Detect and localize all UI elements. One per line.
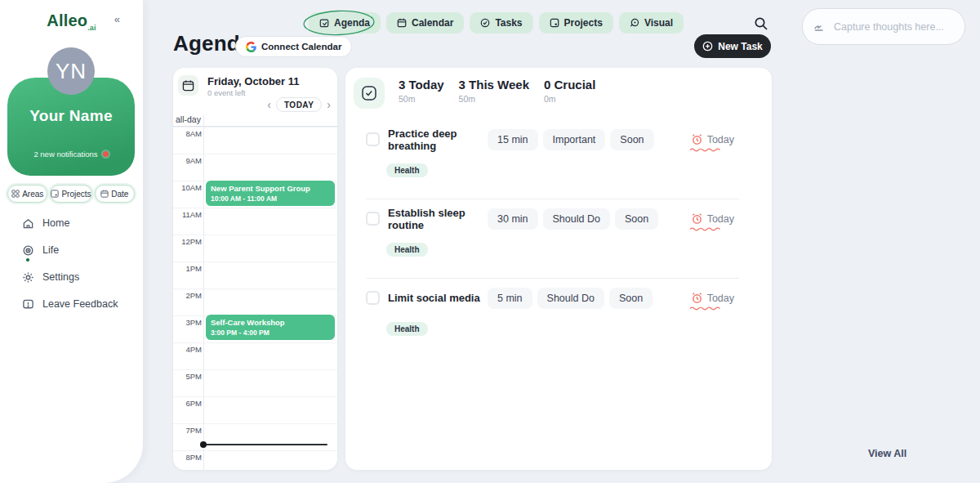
task-tag[interactable]: Health — [386, 163, 428, 177]
prev-day-chevron-icon[interactable]: ‹ — [267, 99, 271, 110]
sidebar-filters: Areas Projects Date — [7, 185, 135, 203]
sidebar-item-life[interactable]: Life — [22, 241, 136, 259]
events-left-label: 0 event left — [207, 88, 245, 97]
gear-icon — [22, 271, 34, 284]
calendar-event[interactable]: Self-Care Workshop 3:00 PM - 4:00 PM — [206, 315, 335, 340]
logo: Alleo.ai « — [0, 11, 143, 32]
priority-pill[interactable]: Important — [543, 129, 606, 150]
view-all-link[interactable]: View All — [868, 448, 906, 459]
calendar-nav: ‹ TODAY › — [267, 97, 331, 112]
calendar-icon — [182, 79, 194, 92]
task-tag[interactable]: Health — [386, 243, 428, 257]
tab-visual[interactable]: Visual — [619, 12, 684, 34]
calendar-header-icon-box — [178, 75, 198, 96]
task-checkbox[interactable] — [366, 212, 380, 226]
tasks-icon — [480, 18, 490, 28]
sidebar-item-leave-feedback[interactable]: Leave Feedback — [22, 295, 136, 313]
current-time-indicator[interactable] — [203, 444, 327, 445]
capture-box — [802, 8, 965, 45]
tab-tasks[interactable]: Tasks — [470, 12, 532, 34]
event-layer: New Parent Support Group 10:00 AM - 11:0… — [204, 114, 337, 470]
due-badge[interactable]: Today — [691, 133, 734, 145]
stat-crucial: 0 Crucial 0m — [544, 78, 595, 104]
next-day-chevron-icon[interactable]: › — [327, 99, 331, 110]
tab-agenda[interactable]: Agenda — [309, 12, 381, 34]
calendar-date-title: Friday, October 11 — [207, 75, 299, 87]
calendar-panel: Friday, October 11 0 event left ‹ TODAY … — [173, 68, 337, 470]
life-active-dot-icon — [26, 258, 29, 262]
projects-icon — [550, 18, 559, 28]
collapse-sidebar-icon[interactable]: « — [114, 13, 120, 25]
notifications-label: 2 new notifications — [33, 150, 97, 159]
plus-circle-icon — [702, 41, 713, 51]
duration-pill[interactable]: 5 min — [488, 288, 532, 309]
task-row: Practice deep breathing 15 min Important… — [345, 120, 772, 199]
due-badge[interactable]: Today — [691, 292, 734, 304]
calendar-event[interactable]: New Parent Support Group 10:00 AM - 11:0… — [206, 181, 335, 206]
avatar[interactable]: YN — [47, 47, 95, 95]
sidebar-item-home[interactable]: Home — [22, 214, 136, 232]
new-task-button[interactable]: New Task — [694, 34, 771, 58]
priority-pill[interactable]: Should Do — [543, 208, 610, 230]
duration-pill[interactable]: 15 min — [488, 129, 538, 150]
tab-calendar[interactable]: Calendar — [386, 12, 464, 34]
tasks-panel: 3 Today 50m 3 This Week 50m 0 Crucial 0m… — [345, 68, 772, 470]
alarm-clock-icon — [691, 212, 703, 225]
google-icon — [246, 42, 256, 52]
agenda-icon — [319, 18, 329, 28]
calendar-icon — [397, 18, 407, 28]
search-button[interactable] — [754, 15, 772, 33]
task-title[interactable]: Practice deep breathing — [388, 127, 488, 152]
duration-pill[interactable]: 30 min — [488, 208, 538, 230]
calendar-header: Friday, October 11 0 event left ‹ TODAY … — [173, 68, 337, 114]
tab-projects[interactable]: Projects — [539, 12, 613, 34]
feedback-icon — [22, 298, 34, 311]
life-target-icon — [22, 244, 34, 257]
due-squiggle-icon — [689, 306, 724, 311]
task-row: Establish sleep routine 30 min Should Do… — [345, 199, 772, 278]
top-nav: Agenda Calendar Tasks Projects Visual — [309, 12, 684, 34]
areas-icon — [11, 190, 20, 198]
filter-date-button[interactable]: Date — [95, 185, 135, 203]
checkbox-check-icon — [361, 85, 377, 101]
calendar-grid: all-day 8AM 9AM 10AM 11AM 12PM 1PM 2PM 3… — [173, 114, 337, 470]
projects-icon — [51, 190, 59, 198]
sidebar-item-settings[interactable]: Settings — [22, 268, 136, 286]
search-icon — [754, 16, 768, 31]
capture-scribble-icon — [813, 20, 826, 32]
task-list: Practice deep breathing 15 min Important… — [345, 120, 772, 357]
current-time-dot-icon — [200, 441, 207, 448]
app-screen: Alleo.ai « YN Your Name 2 new notificati… — [0, 0, 980, 483]
user-name: Your Name — [7, 107, 135, 125]
due-squiggle-icon — [689, 147, 724, 152]
sidebar: Alleo.ai « YN Your Name 2 new notificati… — [0, 0, 143, 483]
urgency-pill[interactable]: Soon — [609, 288, 653, 309]
capture-thoughts-input[interactable] — [802, 8, 965, 45]
task-checkbox[interactable] — [366, 132, 380, 146]
urgency-pill[interactable]: Soon — [610, 129, 653, 150]
today-button[interactable]: TODAY — [276, 97, 322, 112]
home-icon — [22, 217, 34, 230]
notifications[interactable]: 2 new notifications — [7, 150, 135, 159]
connect-calendar-button[interactable]: Connect Calendar — [235, 36, 352, 57]
task-title[interactable]: Establish sleep routine — [388, 207, 488, 231]
sidebar-menu: Home Life Settings Leave Feedback — [22, 214, 136, 322]
urgency-pill[interactable]: Soon — [615, 208, 658, 230]
filter-projects-button[interactable]: Projects — [50, 185, 91, 203]
task-row: Limit social media 5 min Should Do Soon … — [345, 279, 772, 357]
tasks-header: 3 Today 50m 3 This Week 50m 0 Crucial 0m — [345, 68, 772, 109]
task-tag[interactable]: Health — [386, 322, 428, 336]
task-title[interactable]: Limit social media — [388, 292, 488, 304]
alarm-clock-icon — [691, 133, 703, 145]
due-squiggle-icon — [689, 226, 724, 231]
filter-areas-button[interactable]: Areas — [7, 185, 47, 203]
priority-pill[interactable]: Should Do — [537, 288, 604, 309]
visual-icon — [630, 18, 639, 28]
alarm-clock-icon — [691, 292, 703, 304]
stat-today: 3 Today 50m — [399, 78, 444, 104]
task-checkbox[interactable] — [366, 291, 380, 305]
date-icon — [100, 190, 109, 198]
tasks-header-icon-box — [354, 78, 385, 109]
stat-this-week: 3 This Week 50m — [459, 78, 529, 104]
due-badge[interactable]: Today — [691, 212, 734, 225]
